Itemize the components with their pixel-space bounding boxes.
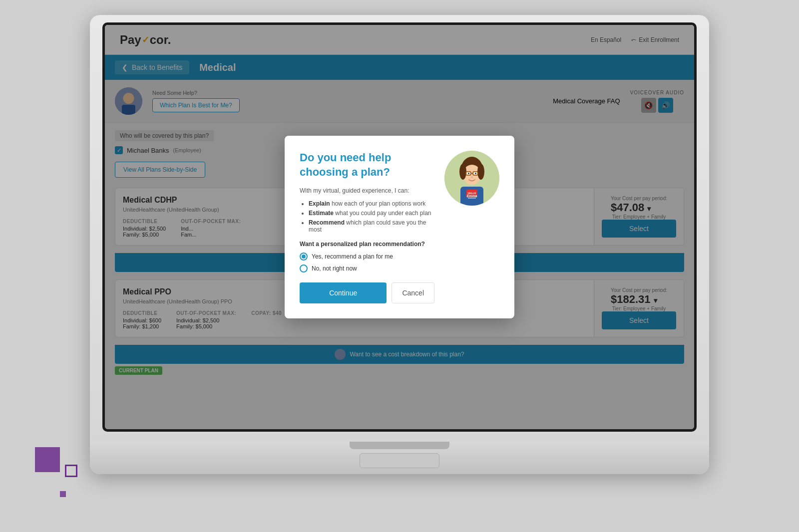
option-yes-label: Yes, recommend a plan for me <box>312 253 393 260</box>
modal-bullet-1: Explain how each of your plan options wo… <box>309 200 434 207</box>
laptop-hinge <box>350 442 449 449</box>
modal-bullet-2: Estimate what you could pay under each p… <box>309 210 434 217</box>
continue-btn[interactable]: Continue <box>300 282 387 303</box>
modal-list: Explain how each of your plan options wo… <box>300 200 434 233</box>
laptop-frame: Pay ✓ cor. En Español ⤺ Exit Enrollment <box>90 15 709 474</box>
option-no-label: No, not right now <box>312 265 357 272</box>
cancel-btn[interactable]: Cancel <box>392 282 434 303</box>
svg-point-10 <box>468 173 469 174</box>
modal-content: Do you need help choosing a plan? With m… <box>300 151 434 303</box>
option-yes[interactable]: Yes, recommend a plan for me <box>300 253 434 261</box>
radio-yes[interactable] <box>300 253 308 261</box>
emma-svg: HELLO Emma <box>444 151 499 206</box>
svg-point-7 <box>477 164 484 180</box>
svg-point-11 <box>475 173 476 174</box>
modal-title: Do you need help choosing a plan? <box>300 151 434 179</box>
svg-point-15 <box>471 176 473 178</box>
svg-text:Emma: Emma <box>466 194 477 198</box>
plan-help-modal: Do you need help choosing a plan? With m… <box>285 136 514 318</box>
modal-buttons: Continue Cancel <box>300 282 434 303</box>
modal-bullet-3: Recommend which plan could save you the … <box>309 219 434 233</box>
svg-point-6 <box>459 164 466 180</box>
trackpad <box>360 453 439 468</box>
screen-bezel: Pay ✓ cor. En Español ⤺ Exit Enrollment <box>102 22 697 432</box>
screen: Pay ✓ cor. En Español ⤺ Exit Enrollment <box>105 25 694 429</box>
modal-overlay[interactable]: Do you need help choosing a plan? With m… <box>105 25 694 429</box>
option-no[interactable]: No, not right now <box>300 265 434 272</box>
modal-intro: With my virtual, guided experience, I ca… <box>300 187 434 194</box>
laptop-base <box>90 442 709 474</box>
emma-avatar: HELLO Emma <box>444 151 499 206</box>
app-content: Pay ✓ cor. En Español ⤺ Exit Enrollment <box>105 25 694 429</box>
modal-question: Want a personalized plan recommendation? <box>300 241 434 248</box>
radio-no[interactable] <box>300 265 308 272</box>
